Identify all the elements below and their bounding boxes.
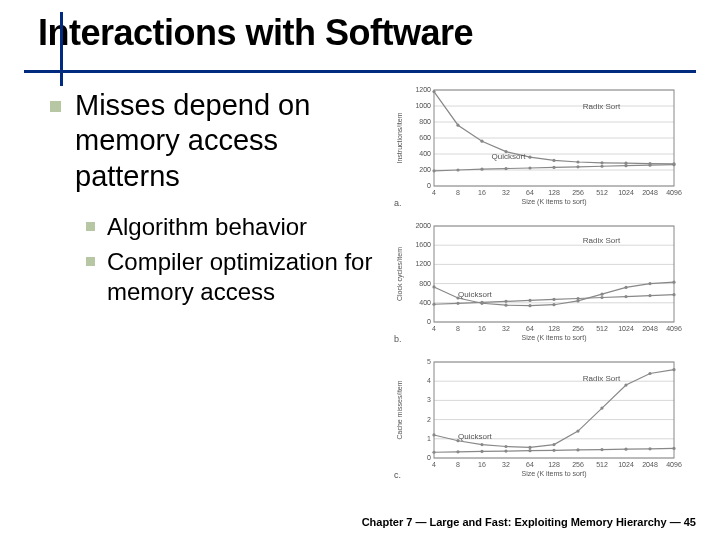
- svg-text:8: 8: [456, 189, 460, 196]
- svg-text:3: 3: [427, 396, 431, 403]
- svg-text:a.: a.: [394, 198, 402, 208]
- svg-point-98: [672, 293, 675, 296]
- svg-text:16: 16: [478, 189, 486, 196]
- svg-text:64: 64: [526, 461, 534, 468]
- svg-point-40: [504, 167, 507, 170]
- svg-text:5: 5: [427, 358, 431, 365]
- svg-point-144: [552, 449, 555, 452]
- svg-text:4096: 4096: [666, 325, 682, 332]
- svg-point-89: [456, 302, 459, 305]
- svg-text:32: 32: [502, 325, 510, 332]
- svg-point-131: [504, 445, 507, 448]
- svg-text:16: 16: [478, 325, 486, 332]
- title-block: Interactions with Software: [24, 12, 696, 54]
- svg-text:4096: 4096: [666, 461, 682, 468]
- chart-b: 0400800120016002000481632641282565121024…: [392, 218, 696, 348]
- svg-point-141: [480, 450, 483, 453]
- svg-text:256: 256: [572, 461, 584, 468]
- svg-text:Quicksort: Quicksort: [458, 290, 493, 299]
- svg-text:32: 32: [502, 461, 510, 468]
- svg-text:Clock cycles/item: Clock cycles/item: [396, 247, 404, 301]
- svg-point-44: [600, 165, 603, 168]
- chart-svg: 0400800120016002000481632641282565121024…: [392, 218, 682, 348]
- svg-text:600: 600: [419, 134, 431, 141]
- svg-text:200: 200: [419, 166, 431, 173]
- svg-point-30: [528, 156, 531, 159]
- svg-point-92: [528, 299, 531, 302]
- svg-text:Cache misses/item: Cache misses/item: [396, 380, 403, 439]
- svg-text:64: 64: [526, 325, 534, 332]
- slide: Interactions with Software Misses depend…: [0, 0, 720, 540]
- svg-point-88: [432, 303, 435, 306]
- svg-point-42: [552, 166, 555, 169]
- svg-point-134: [576, 430, 579, 433]
- svg-point-81: [528, 304, 531, 307]
- svg-point-91: [504, 300, 507, 303]
- svg-text:0: 0: [427, 182, 431, 189]
- svg-point-132: [528, 446, 531, 449]
- svg-text:2: 2: [427, 416, 431, 423]
- svg-rect-65: [434, 226, 674, 322]
- svg-point-128: [432, 433, 435, 436]
- svg-point-31: [552, 159, 555, 162]
- svg-text:1024: 1024: [618, 325, 634, 332]
- svg-point-96: [624, 295, 627, 298]
- svg-point-137: [648, 372, 651, 375]
- svg-point-149: [672, 447, 675, 450]
- svg-point-130: [480, 443, 483, 446]
- svg-point-146: [600, 448, 603, 451]
- svg-point-77: [432, 285, 435, 288]
- svg-text:128: 128: [548, 325, 560, 332]
- svg-point-93: [552, 298, 555, 301]
- svg-text:1600: 1600: [415, 241, 431, 248]
- svg-text:Size (K items to sort): Size (K items to sort): [522, 470, 587, 478]
- svg-point-45: [624, 164, 627, 167]
- svg-point-87: [672, 281, 675, 284]
- svg-text:Quicksort: Quicksort: [458, 432, 493, 441]
- svg-text:2048: 2048: [642, 189, 658, 196]
- svg-text:4: 4: [427, 377, 431, 384]
- bullet-level2: Compiler optimization for memory access: [86, 247, 386, 306]
- svg-point-26: [432, 90, 435, 93]
- svg-text:1200: 1200: [415, 260, 431, 267]
- slide-body: Misses depend on memory access patterns …: [24, 82, 696, 490]
- svg-text:16: 16: [478, 461, 486, 468]
- svg-text:Quicksort: Quicksort: [492, 152, 527, 161]
- svg-text:32: 32: [502, 189, 510, 196]
- chart-svg: 01234548163264128256512102420484096Radix…: [392, 354, 682, 484]
- svg-point-133: [552, 443, 555, 446]
- svg-point-138: [672, 368, 675, 371]
- charts-column: 0200400600800100012004816326412825651210…: [386, 82, 696, 490]
- chart-a: 0200400600800100012004816326412825651210…: [392, 82, 696, 212]
- svg-point-94: [576, 297, 579, 300]
- chart-c: 01234548163264128256512102420484096Radix…: [392, 354, 696, 484]
- text-column: Misses depend on memory access patterns …: [24, 82, 386, 490]
- svg-point-43: [576, 165, 579, 168]
- svg-text:8: 8: [456, 461, 460, 468]
- svg-point-139: [432, 451, 435, 454]
- slide-title: Interactions with Software: [24, 12, 696, 54]
- svg-text:800: 800: [419, 280, 431, 287]
- svg-text:512: 512: [596, 461, 608, 468]
- svg-text:2000: 2000: [415, 222, 431, 229]
- svg-text:4: 4: [432, 461, 436, 468]
- svg-text:0: 0: [427, 454, 431, 461]
- svg-text:400: 400: [419, 150, 431, 157]
- bullet-level2: Algorithm behavior: [86, 212, 386, 241]
- svg-point-28: [480, 140, 483, 143]
- chart-svg: 0200400600800100012004816326412825651210…: [392, 82, 682, 212]
- svg-point-38: [456, 168, 459, 171]
- svg-text:256: 256: [572, 325, 584, 332]
- svg-text:Radix Sort: Radix Sort: [583, 102, 621, 111]
- svg-text:Radix Sort: Radix Sort: [583, 236, 621, 245]
- svg-text:2048: 2048: [642, 325, 658, 332]
- svg-point-33: [600, 161, 603, 164]
- sub-bullets: Algorithm behavior Compiler optimization…: [86, 212, 386, 306]
- svg-point-143: [528, 449, 531, 452]
- svg-text:Size (K items to sort): Size (K items to sort): [522, 198, 587, 206]
- svg-text:b.: b.: [394, 334, 402, 344]
- svg-text:256: 256: [572, 189, 584, 196]
- svg-point-147: [624, 448, 627, 451]
- svg-point-46: [648, 164, 651, 167]
- svg-text:8: 8: [456, 325, 460, 332]
